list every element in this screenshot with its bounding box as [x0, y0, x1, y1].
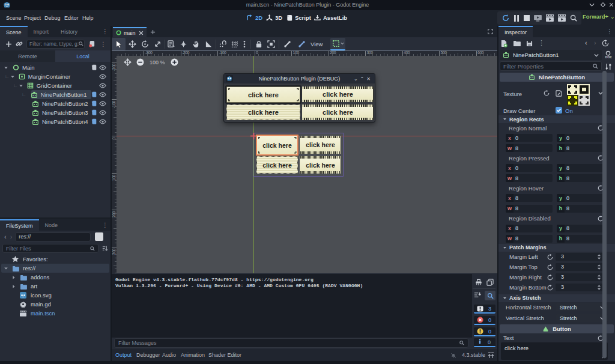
svg-text:DOC: DOC [605, 56, 612, 59]
